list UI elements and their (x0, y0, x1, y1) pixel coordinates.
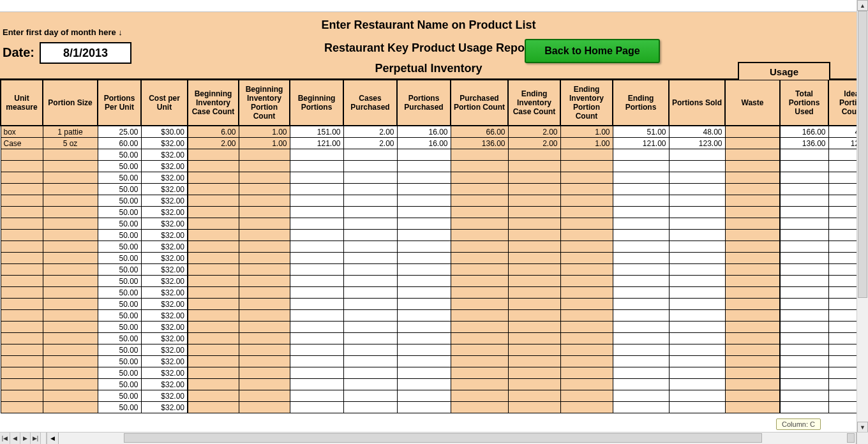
cell[interactable] (397, 390, 451, 402)
cell[interactable] (828, 264, 857, 276)
cell[interactable] (290, 184, 343, 195)
cell[interactable] (1, 276, 43, 287)
cell[interactable] (451, 402, 508, 413)
cell[interactable] (290, 333, 343, 344)
cell[interactable] (43, 322, 98, 333)
cell[interactable] (239, 344, 290, 356)
cell[interactable] (508, 367, 560, 379)
cell[interactable] (560, 344, 613, 356)
cell[interactable] (397, 276, 451, 287)
cell[interactable] (1, 333, 43, 344)
column-header[interactable]: Unit measure (1, 80, 43, 126)
cell[interactable] (239, 218, 290, 230)
cell[interactable]: 166.00 (780, 126, 828, 138)
cell[interactable] (508, 149, 560, 161)
cell[interactable] (560, 218, 613, 230)
cell[interactable] (290, 367, 343, 379)
cell[interactable] (451, 149, 508, 161)
cell[interactable]: 50.00 (98, 333, 141, 344)
cell[interactable]: $32.00 (141, 390, 188, 402)
cell[interactable] (239, 161, 290, 172)
cell[interactable] (508, 287, 560, 299)
cell[interactable] (669, 276, 725, 287)
cell[interactable] (188, 218, 239, 230)
cell[interactable] (1, 322, 43, 333)
cell[interactable] (188, 299, 239, 310)
cell[interactable] (239, 276, 290, 287)
cell[interactable]: 50.00 (98, 195, 141, 207)
table-row[interactable]: 50.00$32.00 (1, 276, 857, 287)
cell[interactable] (343, 344, 397, 356)
cell[interactable]: 50.00 (98, 207, 141, 218)
cell[interactable] (343, 390, 397, 402)
cell[interactable] (343, 195, 397, 207)
cell[interactable] (451, 264, 508, 276)
cell[interactable] (613, 344, 669, 356)
cell[interactable]: 50.00 (98, 322, 141, 333)
cell[interactable] (780, 299, 828, 310)
cell[interactable] (290, 287, 343, 299)
cell[interactable]: 60.00 (98, 138, 141, 149)
cell[interactable] (508, 299, 560, 310)
cell[interactable] (290, 344, 343, 356)
cell[interactable] (290, 241, 343, 253)
cell[interactable] (669, 195, 725, 207)
cell[interactable] (343, 276, 397, 287)
cell[interactable]: 50.00 (98, 379, 141, 390)
table-row[interactable]: 50.00$32.00 (1, 264, 857, 276)
cell[interactable]: 51.00 (613, 126, 669, 138)
split-handle[interactable] (847, 433, 855, 443)
cell[interactable] (290, 172, 343, 184)
horizontal-scrollbar[interactable]: ◀ ▶ (47, 433, 868, 444)
cell[interactable] (725, 172, 780, 184)
cell[interactable] (560, 207, 613, 218)
cell[interactable] (508, 218, 560, 230)
cell[interactable]: $32.00 (141, 322, 188, 333)
cell[interactable] (43, 195, 98, 207)
cell[interactable]: 1.00 (560, 138, 613, 149)
cell[interactable] (1, 310, 43, 322)
cell[interactable] (343, 253, 397, 264)
cell[interactable]: 2.00 (343, 126, 397, 138)
cell[interactable] (397, 195, 451, 207)
cell[interactable] (188, 172, 239, 184)
cell[interactable] (828, 287, 857, 299)
cell[interactable]: 50.00 (98, 230, 141, 241)
cell[interactable] (725, 390, 780, 402)
cell[interactable] (669, 379, 725, 390)
column-header[interactable]: Portions Purchased (397, 80, 451, 126)
cell[interactable] (613, 230, 669, 241)
table-row[interactable]: 50.00$32.00 (1, 344, 857, 356)
cell[interactable] (613, 276, 669, 287)
cell[interactable] (669, 390, 725, 402)
cell[interactable]: 16.00 (397, 126, 451, 138)
cell[interactable] (397, 310, 451, 322)
cell[interactable] (343, 264, 397, 276)
cell[interactable] (613, 367, 669, 379)
table-row[interactable]: 50.00$32.00 (1, 195, 857, 207)
cell[interactable] (508, 276, 560, 287)
cell[interactable] (725, 379, 780, 390)
cell[interactable] (780, 172, 828, 184)
column-header[interactable]: Total Portions Used (780, 80, 828, 126)
cell[interactable] (188, 310, 239, 322)
cell[interactable] (560, 161, 613, 172)
cell[interactable] (780, 402, 828, 413)
horizontal-scroll-thumb[interactable] (124, 433, 762, 443)
next-sheet-button[interactable]: ▶ (20, 433, 31, 444)
cell[interactable] (397, 218, 451, 230)
cell[interactable]: 50.00 (98, 299, 141, 310)
cell[interactable]: 151.00 (290, 126, 343, 138)
cell[interactable] (343, 333, 397, 344)
cell[interactable] (508, 310, 560, 322)
cell[interactable] (290, 230, 343, 241)
cell[interactable]: 50.00 (98, 218, 141, 230)
cell[interactable] (43, 241, 98, 253)
cell[interactable] (239, 356, 290, 367)
cell[interactable] (560, 276, 613, 287)
cell[interactable] (188, 264, 239, 276)
table-row[interactable]: 50.00$32.00 (1, 367, 857, 379)
cell[interactable] (725, 367, 780, 379)
cell[interactable] (828, 356, 857, 367)
cell[interactable] (725, 287, 780, 299)
